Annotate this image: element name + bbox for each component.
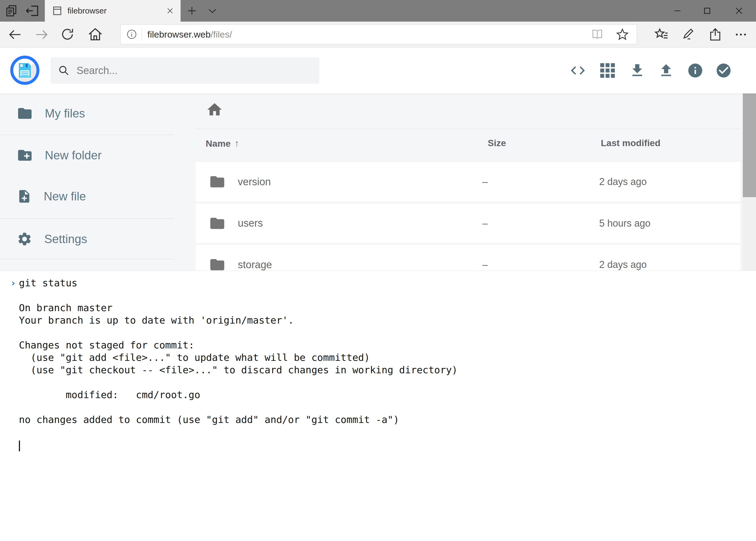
terminal-prompt-line: › git status <box>0 277 756 289</box>
url-path: /files/ <box>210 29 232 39</box>
code-view-icon[interactable] <box>565 48 591 94</box>
pages-icon[interactable] <box>2 0 21 22</box>
file-row-users[interactable]: users – 5 hours ago <box>195 203 741 244</box>
back-icon[interactable] <box>3 22 27 48</box>
file-name: version <box>238 176 271 188</box>
column-last-modified[interactable]: Last modified <box>601 138 660 148</box>
more-icon[interactable] <box>729 22 753 48</box>
terminal-line <box>0 326 756 339</box>
folder-icon <box>209 215 226 232</box>
prompt-chevron-icon: › <box>10 277 19 289</box>
file-modified: 2 days ago <box>599 176 647 188</box>
folder-icon <box>209 256 226 270</box>
terminal-line: modified: cmd/root.go <box>0 389 756 401</box>
gear-icon <box>17 231 32 247</box>
folder-plus-icon <box>17 147 33 164</box>
terminal-line: On branch master <box>0 302 756 314</box>
terminal-command: git status <box>19 277 78 289</box>
sidebar-item-label: My files <box>45 107 85 120</box>
sidebar-divider <box>0 259 174 259</box>
listing-divider <box>195 129 741 129</box>
url-host: filebrowser.web <box>147 29 210 39</box>
terminal-panel[interactable]: › git status On branch master Your branc… <box>0 270 756 541</box>
file-size: – <box>482 176 488 188</box>
file-row-version[interactable]: version – 2 days ago <box>195 162 741 202</box>
sidebar-item-my-files[interactable]: My files <box>0 94 174 134</box>
download-icon[interactable] <box>624 48 650 94</box>
reading-view-icon[interactable] <box>591 28 604 41</box>
terminal-line <box>0 376 756 389</box>
search-input[interactable] <box>77 65 312 76</box>
file-row-storage[interactable]: storage – 2 days ago <box>195 245 741 270</box>
terminal-line <box>0 401 756 413</box>
terminal-line: (use "git add <file>..." to update what … <box>0 351 756 364</box>
select-all-icon[interactable] <box>711 48 737 94</box>
window-minimize-icon[interactable] <box>666 0 689 22</box>
favorite-star-icon[interactable] <box>616 28 629 41</box>
terminal-cursor <box>19 440 20 451</box>
file-plus-icon <box>17 189 32 204</box>
tab-page-icon <box>52 5 63 16</box>
terminal-line <box>0 289 756 302</box>
info-icon[interactable] <box>682 48 708 94</box>
annotate-pen-icon[interactable] <box>675 22 699 48</box>
terminal-line: Changes not staged for commit: <box>0 339 756 351</box>
grid-view-icon[interactable] <box>595 48 621 94</box>
sidebar-item-new-file[interactable]: New file <box>0 176 174 217</box>
refresh-icon[interactable] <box>56 22 80 48</box>
sidebar: My files New folder New file <box>0 94 174 270</box>
tab-preview-chevron-icon[interactable] <box>203 0 222 22</box>
tabs-aside-icon[interactable] <box>23 0 42 22</box>
sidebar-item-settings[interactable]: Settings <box>0 219 174 259</box>
forward-icon[interactable] <box>30 22 54 48</box>
terminal-line <box>0 426 756 438</box>
filebrowser-logo[interactable] <box>10 56 39 85</box>
folder-icon <box>209 174 226 190</box>
browser-tab[interactable]: filebrowser <box>45 0 180 22</box>
search-icon <box>58 64 70 77</box>
file-name: storage <box>238 259 272 270</box>
folder-icon <box>17 105 33 122</box>
file-listing: Name↑ Size Last modified version – 2 day… <box>174 94 741 270</box>
search-bar[interactable] <box>51 57 319 84</box>
column-size[interactable]: Size <box>488 138 506 148</box>
sidebar-item-label: New folder <box>45 149 102 162</box>
listing-header: Name↑ Size Last modified <box>195 136 741 151</box>
tab-title: filebrowser <box>68 6 166 15</box>
sidebar-item-new-folder[interactable]: New folder <box>0 135 174 176</box>
floppy-disk-icon <box>17 62 32 78</box>
sidebar-item-label: New file <box>44 190 86 203</box>
tab-close-icon[interactable] <box>166 7 174 15</box>
sidebar-item-label: Settings <box>44 232 87 246</box>
address-bar[interactable]: filebrowser.web/files/ <box>121 24 637 44</box>
share-icon[interactable] <box>703 22 727 48</box>
breadcrumb-home-icon[interactable] <box>206 101 223 118</box>
file-name: users <box>238 218 263 229</box>
page-content: My files New folder New file <box>0 94 756 270</box>
hub-icon[interactable] <box>649 22 674 48</box>
new-tab-icon[interactable] <box>182 0 201 22</box>
terminal-line: (use "git checkout -- <file>..." to disc… <box>0 364 756 376</box>
file-modified: 5 hours ago <box>599 218 650 229</box>
file-size: – <box>482 218 488 229</box>
browser-titlebar: filebrowser <box>0 0 756 22</box>
site-info-icon[interactable] <box>126 29 137 40</box>
terminal-line: Your branch is up to date with 'origin/m… <box>0 314 756 326</box>
window-close-icon[interactable] <box>727 0 751 22</box>
sort-ascending-icon: ↑ <box>235 138 239 149</box>
terminal-line: no changes added to commit (use "git add… <box>0 413 756 426</box>
file-modified: 2 days ago <box>599 259 647 270</box>
upload-icon[interactable] <box>653 48 679 94</box>
file-size: – <box>482 259 488 270</box>
home-outline-icon[interactable] <box>83 22 108 48</box>
column-name[interactable]: Name↑ <box>206 138 239 149</box>
window-maximize-icon[interactable] <box>695 0 719 22</box>
